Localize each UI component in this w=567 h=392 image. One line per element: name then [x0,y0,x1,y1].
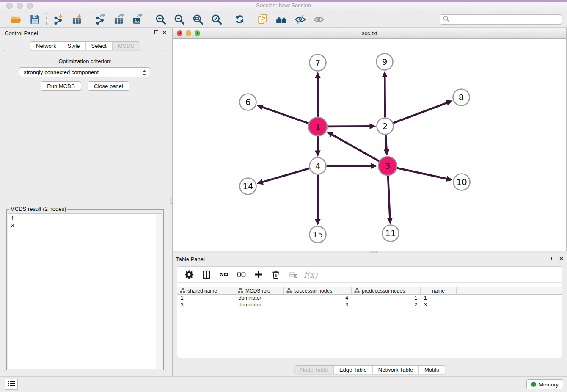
close-table-panel-icon[interactable]: × [559,256,563,261]
close-panel-icon[interactable]: × [162,30,166,35]
graph-edge-arrowhead [382,71,388,77]
search-input[interactable] [450,15,562,24]
open-folder-icon[interactable] [10,13,22,25]
tab-motifs[interactable]: Motifs [418,366,445,374]
toolbar-group [88,13,149,25]
float-panel-icon[interactable] [154,30,158,34]
tab-mcds[interactable]: MCDS [112,42,140,50]
table-cell[interactable]: dominator [235,295,284,301]
column-header-successor-nodes[interactable]: successor nodes [284,287,352,294]
window-titlebar: Session: New Session [0,0,567,11]
table-row[interactable]: 3dominator323 [177,301,562,308]
table-row[interactable]: 1dominator411 [177,295,562,301]
table-cell[interactable]: 1 [177,295,235,301]
table-cell[interactable]: 1 [352,295,421,301]
optimization-criterion-value: strongly connected component [24,69,99,75]
zoom-selected-icon[interactable] [210,13,222,25]
copy-network-icon[interactable] [257,13,269,25]
tab-network-table[interactable]: Network Table [372,366,418,374]
close-panel-button[interactable]: Close panel [88,81,129,91]
graph-edge-2-8[interactable] [393,102,448,123]
table-cell[interactable]: 2 [352,301,421,308]
control-panel-header: Control Panel × [0,28,170,39]
mcds-result-node: 1 [11,215,155,222]
column-header-name[interactable]: name [421,287,457,294]
table-cell[interactable]: 3 [284,301,352,308]
vertical-splitter[interactable] [170,28,173,376]
graph-edge-arrowhead [371,163,377,169]
search-box[interactable] [440,14,562,25]
table-cell[interactable]: 4 [284,295,352,301]
mcds-result-group: MCDS result (2 nodes) 13 [6,209,164,370]
column-type-icon [180,287,185,294]
network-view-window: × − + scc.txt 7968124314101511 [173,28,567,251]
window-title: Session: New Session [0,2,567,8]
tab-select[interactable]: Select [85,42,112,50]
select-all-icon[interactable] [219,270,229,280]
memory-button[interactable]: Memory [526,379,563,389]
network-window-title: scc.txt [173,30,566,36]
export-image-icon[interactable] [131,13,143,25]
graph-edge-3-11[interactable] [388,176,390,219]
table-cell[interactable]: 3 [421,301,457,308]
run-mcds-button[interactable]: Run MCDS [41,81,81,91]
table-panel: Table Panel × f(x) shared nameMCDS roles… [173,253,567,376]
zoom-in-icon[interactable] [154,13,166,25]
import-table-icon[interactable] [71,13,83,25]
zoom-out-icon[interactable] [173,13,185,25]
node-table-container: f(x) shared nameMCDS rolesuccessor nodes… [177,266,562,358]
mcds-result-scrollbar[interactable] [156,214,162,369]
mcds-result-title: MCDS result (2 nodes) [9,206,67,212]
graph-edge-1-6[interactable] [261,107,309,123]
table-cell[interactable]: 3 [177,301,235,308]
table-cell[interactable]: 1 [421,295,457,301]
home-icon[interactable] [275,13,287,25]
hide-panels-icon[interactable] [294,13,306,25]
graph-edge-2-3[interactable] [385,135,386,151]
tab-edge-table[interactable]: Edge Table [333,366,372,374]
export-table-icon[interactable] [113,13,124,25]
export-network-icon[interactable] [94,13,106,25]
graph-node-label-6: 6 [245,97,251,107]
tab-network[interactable]: Network [30,42,62,50]
graph-edge-1-2[interactable] [328,126,371,127]
delete-table-icon [288,270,298,280]
graph-node-label-4: 4 [315,161,321,171]
import-network-icon[interactable] [52,13,64,25]
node-table: shared nameMCDS rolesuccessor nodesprede… [177,287,562,308]
column-header-shared-name[interactable]: shared name [177,287,235,294]
app-window: Session: New Session Control Panel × Net… [0,0,567,392]
toggle-columns-icon[interactable] [201,270,212,280]
column-header-predecessor-nodes[interactable]: predecessor nodes [352,287,421,294]
save-session-icon[interactable] [29,13,41,25]
function-builder-fx-icon: f(x) [306,270,316,280]
delete-column-trash-icon[interactable] [271,270,281,280]
vertical-splitter-grip[interactable] [170,197,173,204]
column-header-label: predecessor nodes [362,288,405,294]
column-type-icon [354,287,360,294]
refresh-layout-icon[interactable] [234,13,245,25]
table-panel-title: Table Panel [176,256,205,262]
tab-style[interactable]: Style [62,42,85,50]
toolbar-group [5,13,46,25]
tab-node-table[interactable]: Node Table [295,366,333,374]
graph-edge-3-10[interactable] [397,168,448,179]
zoom-fit-icon[interactable] [192,13,204,25]
table-cell[interactable]: dominator [235,301,284,308]
deselect-all-icon[interactable] [236,270,246,280]
graph-edge-2-9[interactable] [385,76,385,117]
optimization-criterion-select[interactable]: strongly connected component [19,67,150,77]
column-header-mcds-role[interactable]: MCDS role [235,287,284,294]
graph-node-label-9: 9 [382,57,388,67]
task-history-button[interactable] [5,379,18,390]
mcds-result-node: 3 [11,222,155,229]
graph-edge-3-1[interactable] [331,134,379,161]
float-table-panel-icon[interactable] [551,257,555,260]
graph-edge-4-14[interactable] [261,168,309,182]
graph-node-label-7: 7 [315,58,321,68]
settings-gear-icon[interactable] [184,270,194,280]
graph-edge-arrowhead [315,72,321,78]
add-column-icon[interactable] [253,270,264,280]
network-graph-canvas[interactable]: 7968124314101511 [173,39,567,251]
control-panel-tabs: NetworkStyleSelectMCDS [30,41,140,50]
